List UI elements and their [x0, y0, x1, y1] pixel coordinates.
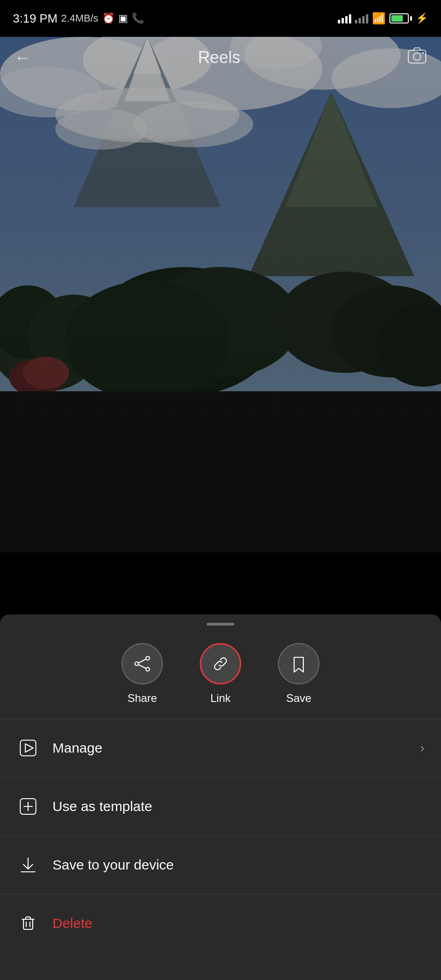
back-button[interactable]: ← [14, 49, 31, 66]
status-right: 📶 ⚡ [338, 12, 428, 25]
network-speed: 2.4MB/s [61, 12, 99, 24]
phone-icon: 📞 [132, 12, 144, 24]
time-display: 3:19 PM [13, 12, 58, 26]
save-circle [278, 643, 319, 684]
app-header: ← Reels [0, 37, 441, 78]
roaming-signal [355, 13, 368, 23]
save-button[interactable]: Save [278, 643, 319, 705]
status-left: 3:19 PM 2.4MB/s ⏰ ▣ 📞 [13, 12, 144, 26]
svg-rect-29 [0, 0, 441, 552]
action-buttons-row: Share Link Save [0, 638, 441, 719]
screen-record-icon: ▣ [118, 12, 128, 24]
save-device-label: Save to your device [52, 857, 174, 873]
camera-button[interactable] [407, 46, 427, 70]
charging-icon: ⚡ [416, 12, 428, 24]
sheet-handle [207, 623, 234, 626]
manage-menu-item[interactable]: Manage › [0, 719, 441, 777]
save-device-menu-item[interactable]: Save to your device [0, 836, 441, 894]
svg-point-31 [413, 53, 421, 60]
save-label: Save [286, 692, 312, 705]
delete-icon [17, 912, 40, 935]
alarm-icon: ⏰ [102, 12, 115, 24]
background-image [0, 0, 441, 552]
battery-indicator [389, 13, 412, 23]
template-label: Use as template [52, 799, 152, 814]
manage-label: Manage [52, 740, 102, 756]
svg-marker-39 [25, 744, 33, 752]
svg-line-37 [139, 665, 146, 668]
manage-icon [17, 736, 40, 760]
svg-point-34 [146, 667, 150, 671]
share-circle [122, 643, 163, 684]
delete-menu-item[interactable]: Delete [0, 894, 441, 952]
svg-point-35 [135, 662, 139, 666]
manage-chevron: › [420, 741, 424, 755]
link-button[interactable]: Link [200, 643, 241, 705]
svg-point-32 [422, 52, 424, 54]
save-device-icon [17, 853, 40, 876]
svg-point-33 [146, 656, 150, 660]
bottom-sheet: Share Link Save [0, 615, 441, 980]
page-title: Reels [198, 48, 240, 67]
template-menu-item[interactable]: Use as template [0, 777, 441, 836]
signal-strength [338, 13, 351, 23]
svg-rect-45 [23, 919, 33, 929]
share-button[interactable]: Share [122, 643, 163, 705]
link-circle [200, 643, 241, 684]
svg-line-36 [139, 659, 146, 663]
template-icon [17, 795, 40, 818]
share-label: Share [128, 692, 157, 705]
link-label: Link [210, 692, 231, 705]
wifi-icon: 📶 [372, 12, 386, 25]
delete-label: Delete [52, 916, 93, 931]
status-bar: 3:19 PM 2.4MB/s ⏰ ▣ 📞 📶 [0, 0, 441, 37]
